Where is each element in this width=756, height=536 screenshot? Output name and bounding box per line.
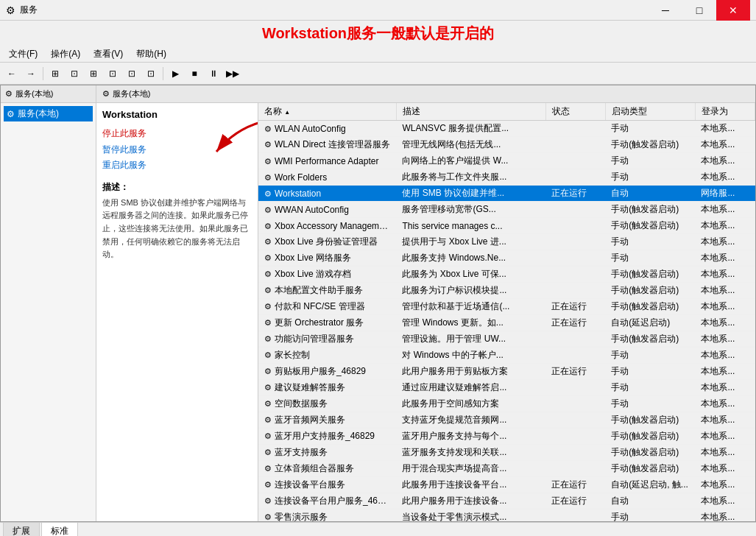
table-row[interactable]: ⚙Work Folders此服务将与工作文件夹服...手动本地系... xyxy=(258,169,755,186)
toolbar-btn-8[interactable]: ⊡ xyxy=(142,66,160,82)
service-icon: ⚙ xyxy=(264,367,272,375)
tab-expand[interactable]: 扩展 xyxy=(3,522,40,536)
service-name-cell: ⚙Work Folders xyxy=(258,169,396,186)
service-status-cell: 正在运行 xyxy=(545,477,605,493)
col-header-name[interactable]: 名称 ▲ xyxy=(258,103,396,121)
table-row[interactable]: ⚙Xbox Accessory Management ServiceThis s… xyxy=(258,218,755,234)
col-header-desc[interactable]: 描述 xyxy=(396,103,545,121)
close-button[interactable]: ✕ xyxy=(716,0,750,21)
service-name-cell: ⚙WWAN AutoConfig xyxy=(258,202,396,218)
menu-view[interactable]: 查看(V) xyxy=(88,46,129,62)
description-text: 使用 SMB 协议创建并维护客户端网络与远程服务器之间的连接。如果此服务已停止，… xyxy=(102,197,252,261)
table-row[interactable]: ⚙蓝牙音频网关服务支持蓝牙免提规范音频网...手动(触发器启动)本地系... xyxy=(258,412,755,429)
col-header-startup[interactable]: 启动类型 xyxy=(605,103,695,121)
table-row[interactable]: ⚙WLAN Direct 连接管理器服务管理无线网络(包括无线...手动(触发器… xyxy=(258,137,755,153)
menu-file[interactable]: 文件(F) xyxy=(3,46,43,62)
table-row[interactable]: ⚙付款和 NFC/SE 管理器管理付款和基于近场通信(...正在运行手动(触发器… xyxy=(258,299,755,315)
content-split: Workstation 停止此服务 暂停此服务 重启此服务 xyxy=(96,103,755,521)
service-status-cell xyxy=(545,380,605,396)
menu-bar: 文件(F) 操作(A) 查看(V) 帮助(H) xyxy=(0,46,756,63)
table-row[interactable]: ⚙蓝牙用户支持服务_46829蓝牙用户服务支持与每个...手动(触发器启动)本地… xyxy=(258,429,755,445)
service-name-cell: ⚙空间数据服务 xyxy=(258,396,396,412)
table-row[interactable]: ⚙蓝牙支持服务蓝牙服务支持发现和关联...手动(触发器启动)本地系... xyxy=(258,445,755,461)
service-status-cell xyxy=(545,137,605,153)
table-row[interactable]: ⚙功能访问管理器服务管理设施。用于管理 UW...手动(触发器启动)本地系... xyxy=(258,331,755,348)
service-startup-cell: 手动 xyxy=(605,364,695,380)
table-row[interactable]: ⚙更新 Orchestrator 服务管理 Windows 更新。如...正在运… xyxy=(258,315,755,331)
service-desc-cell: 提供用于与 Xbox Live 进... xyxy=(396,234,545,250)
table-row[interactable]: ⚙Xbox Live 身份验证管理器提供用于与 Xbox Live 进...手动… xyxy=(258,234,755,250)
table-row[interactable]: ⚙零售演示服务当设备处于零售演示模式...手动本地系... xyxy=(258,509,755,522)
service-desc-cell: 对 Windows 中的子帐户... xyxy=(396,348,545,364)
service-desc-cell: 管理付款和基于近场通信(... xyxy=(396,299,545,315)
service-login-cell: 网络服... xyxy=(695,186,755,202)
table-row[interactable]: ⚙剪贴板用户服务_46829此用户服务用于剪贴板方案正在运行手动本地系... xyxy=(258,364,755,380)
col-header-login[interactable]: 登录为 xyxy=(695,103,755,121)
service-desc-cell: WLANSVC 服务提供配置... xyxy=(396,121,545,137)
forward-button[interactable]: → xyxy=(22,66,40,82)
service-startup-cell: 手动(触发器启动) xyxy=(605,202,695,218)
table-row[interactable]: ⚙WLAN AutoConfigWLANSVC 服务提供配置...手动本地系..… xyxy=(258,121,755,137)
minimize-button[interactable]: ─ xyxy=(649,0,682,21)
resume-button[interactable]: ▶▶ xyxy=(224,66,241,82)
table-row[interactable]: ⚙本地配置文件助手服务此服务为订户标识模块提...手动(触发器启动)本地系... xyxy=(258,283,755,299)
toolbar-btn-5[interactable]: ⊞ xyxy=(85,66,102,82)
service-login-cell: 本地系... xyxy=(695,477,755,493)
service-login-cell: 本地系... xyxy=(695,364,755,380)
service-icon: ⚙ xyxy=(264,286,272,295)
table-row[interactable]: ⚙家长控制对 Windows 中的子帐户...手动本地系... xyxy=(258,348,755,364)
table-row[interactable]: ⚙建议疑难解答服务通过应用建议疑难解答启...手动本地系... xyxy=(258,380,755,396)
service-table: 名称 ▲ 描述 状态 启动类型 登录为 ⚙WLAN AutoConfigWLAN… xyxy=(258,103,755,521)
service-name-text: 家长控制 xyxy=(275,350,310,360)
service-login-cell: 本地系... xyxy=(695,234,755,250)
col-header-status[interactable]: 状态 xyxy=(545,103,605,121)
table-row[interactable]: ⚙Xbox Live 网络服务此服务支持 Windows.Ne...手动本地系.… xyxy=(258,250,755,267)
service-icon: ⚙ xyxy=(264,431,272,440)
service-desc-cell: 向网络上的客户端提供 W... xyxy=(396,153,545,169)
service-startup-cell: 手动 xyxy=(605,250,695,267)
service-status-cell: 正在运行 xyxy=(545,364,605,380)
table-row[interactable]: ⚙连接设备平台服务此服务用于连接设备平台...正在运行自动(延迟启动, 触...… xyxy=(258,477,755,493)
menu-action[interactable]: 操作(A) xyxy=(45,46,86,62)
maximize-button[interactable]: □ xyxy=(682,0,716,21)
toolbar-btn-6[interactable]: ⊡ xyxy=(104,66,121,82)
service-login-cell: 本地系... xyxy=(695,137,755,153)
table-row[interactable]: ⚙Workstation使用 SMB 协议创建并维...正在运行自动网络服... xyxy=(258,186,755,202)
service-icon: ⚙ xyxy=(264,415,272,424)
service-name-cell: ⚙Workstation xyxy=(258,186,396,202)
bottom-tabs: 扩展 标准 xyxy=(0,522,756,536)
service-name-text: 零售演示服务 xyxy=(275,512,328,521)
table-row[interactable]: ⚙连接设备平台用户服务_46829此用户服务用于连接设备...正在运行自动本地系… xyxy=(258,493,755,509)
back-button[interactable]: ← xyxy=(3,66,21,82)
table-row[interactable]: ⚙空间数据服务此服务用于空间感知方案手动本地系... xyxy=(258,396,755,412)
table-row[interactable]: ⚙WMI Performance Adapter向网络上的客户端提供 W...手… xyxy=(258,153,755,169)
service-name-text: Xbox Live 网络服务 xyxy=(275,253,351,263)
toolbar-sep-1 xyxy=(43,67,43,80)
pause-button[interactable]: ⏸ xyxy=(205,66,222,82)
tree-item-local-services[interactable]: ⚙ 服务(本地) xyxy=(4,106,93,121)
table-row[interactable]: ⚙Xbox Live 游戏存档此服务为 Xbox Live 可保...手动(触发… xyxy=(258,267,755,283)
service-login-cell: 本地系... xyxy=(695,315,755,331)
stop-button[interactable]: ■ xyxy=(186,66,203,82)
service-name-text: 蓝牙用户支持服务_46829 xyxy=(275,431,375,441)
table-row[interactable]: ⚙WWAN AutoConfig服务管理移动宽带(GS...手动(触发器启动)本… xyxy=(258,202,755,218)
service-name-text: 功能访问管理器服务 xyxy=(275,334,354,344)
play-button[interactable]: ▶ xyxy=(166,66,184,82)
service-name-text: Work Folders xyxy=(275,172,327,183)
service-name-text: 付款和 NFC/SE 管理器 xyxy=(275,301,365,311)
service-desc-cell: 管理 Windows 更新。如... xyxy=(396,315,545,331)
toolbar-btn-3[interactable]: ⊞ xyxy=(46,66,64,82)
tab-standard[interactable]: 标准 xyxy=(41,522,78,536)
service-status-cell xyxy=(545,283,605,299)
table-row[interactable]: ⚙立体音频组合器服务用于混合现实声场提高音...手动(触发器启动)本地系... xyxy=(258,461,755,477)
service-startup-cell: 手动 xyxy=(605,153,695,169)
menu-help[interactable]: 帮助(H) xyxy=(130,46,172,62)
service-icon: ⚙ xyxy=(264,399,272,408)
service-name-text: WWAN AutoConfig xyxy=(275,205,349,215)
left-panel: ⚙ 服务(本地) ⚙ 服务(本地) xyxy=(1,85,96,521)
service-desc-cell: 此服务用于连接设备平台... xyxy=(396,477,545,493)
toolbar-btn-7[interactable]: ⊡ xyxy=(123,66,141,82)
service-desc-cell: 支持蓝牙免提规范音频网... xyxy=(396,412,545,429)
service-table-wrapper[interactable]: 名称 ▲ 描述 状态 启动类型 登录为 ⚙WLAN AutoConfigWLAN… xyxy=(258,103,755,521)
toolbar-btn-4[interactable]: ⊡ xyxy=(66,66,83,82)
